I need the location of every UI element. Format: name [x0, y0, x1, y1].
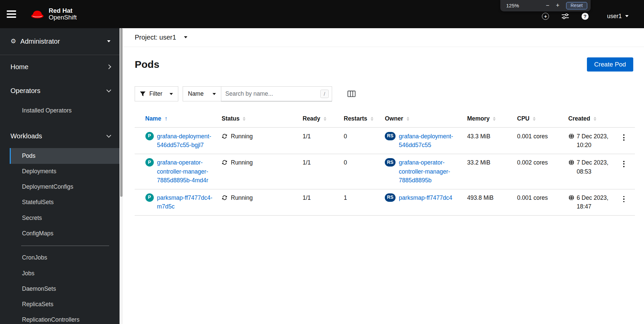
- sort-icon: [371, 117, 373, 121]
- pod-cpu: 0.001 cores: [517, 128, 568, 154]
- slash-shortcut-hint: /: [320, 90, 329, 98]
- sidebar-nav-item: DaemonSets: [10, 281, 120, 297]
- masthead: Red Hat OpenShift 125% − + Reset +: [0, 0, 644, 28]
- column-label: CPU: [517, 115, 530, 122]
- sidebar-nav-item: ReplicaSets: [10, 297, 120, 312]
- sidebar-item-pods[interactable]: Pods: [10, 148, 120, 164]
- pod-restarts: 0: [344, 128, 385, 154]
- kebab-menu-button[interactable]: [620, 194, 628, 204]
- sort-icon: [533, 117, 536, 121]
- sidebar-item-replicationcontrollers[interactable]: ReplicationControllers: [10, 312, 120, 324]
- owner-link[interactable]: grafana-deployment-546dd57c55: [399, 132, 464, 150]
- sidebar-nav-item: Installed Operators: [10, 103, 120, 118]
- toolbar: Filter Name /: [135, 86, 644, 101]
- pod-name-link[interactable]: grafana-deployment-546dd57c55-bgjl7: [157, 132, 219, 150]
- nav-group-operators: Operators Installed Operators: [0, 79, 120, 119]
- scrollbar-thumb[interactable]: [120, 28, 123, 197]
- user-menu[interactable]: user1: [607, 13, 629, 20]
- sidebar-group-operators[interactable]: Operators: [0, 79, 120, 103]
- name-search-input[interactable]: [221, 86, 332, 101]
- column-label: Memory: [467, 115, 490, 122]
- sidebar-item-statefulsets[interactable]: StatefulSets: [10, 195, 120, 210]
- sidebar-scrollbar[interactable]: [120, 28, 123, 324]
- sidebar-group-home[interactable]: Home: [0, 55, 120, 79]
- sidebar-group-workloads[interactable]: Workloads: [0, 124, 120, 148]
- search-wrap: /: [221, 86, 332, 101]
- globe-icon: [568, 195, 574, 201]
- column-header-memory[interactable]: Memory: [467, 115, 496, 122]
- globe-icon: [568, 133, 574, 139]
- sidebar-item-jobs[interactable]: Jobs: [10, 266, 120, 281]
- workloads-subnav: PodsDeploymentsDeploymentConfigsStateful…: [10, 148, 120, 324]
- pod-badge: P: [145, 132, 154, 140]
- pod-name-link[interactable]: grafana-operator-controller-manager-7885…: [157, 158, 219, 185]
- manage-columns-button[interactable]: [348, 91, 356, 97]
- zoom-in-button[interactable]: +: [553, 2, 563, 9]
- brand-line2: OpenShift: [49, 14, 77, 21]
- sliders-icon: [562, 13, 569, 19]
- help-button[interactable]: ?: [582, 13, 589, 20]
- attribute-dropdown[interactable]: Name: [183, 86, 221, 101]
- column-header-created[interactable]: Created: [568, 115, 596, 122]
- filter-dropdown[interactable]: Filter: [135, 86, 178, 101]
- sidebar-item-replicasets[interactable]: ReplicaSets: [10, 297, 120, 312]
- username: user1: [607, 13, 622, 20]
- sidebar-nav-item: Jobs: [10, 266, 120, 281]
- redhat-openshift-logo: Red Hat OpenShift: [30, 7, 77, 21]
- sort-icon: [324, 117, 326, 121]
- sidebar-nav-item: DeploymentConfigs: [10, 179, 120, 195]
- zoom-out-button[interactable]: −: [543, 2, 553, 9]
- kebab-menu-button[interactable]: [620, 159, 628, 169]
- chevron-right-icon: [106, 64, 111, 69]
- nav-group-label: Home: [10, 63, 28, 71]
- nav-group-workloads: Workloads PodsDeploymentsDeploymentConfi…: [0, 124, 120, 324]
- sidebar-item-configmaps[interactable]: ConfigMaps: [10, 226, 120, 241]
- column-header-ready[interactable]: Ready: [303, 115, 326, 122]
- sidebar-item-daemonsets[interactable]: DaemonSets: [10, 281, 120, 297]
- column-header-owner[interactable]: Owner: [385, 115, 409, 122]
- brand-text: Red Hat OpenShift: [49, 7, 77, 21]
- create-pod-button[interactable]: Create Pod: [587, 57, 633, 72]
- hamburger-menu-button[interactable]: [7, 6, 24, 22]
- pod-ready: 1/1: [303, 189, 344, 216]
- project-selector[interactable]: Project: user1: [123, 28, 644, 47]
- pod-name-link[interactable]: parksmap-ff7477dc4-m7d5c: [157, 193, 219, 211]
- actions-column-header: [620, 113, 635, 128]
- owner-link[interactable]: parksmap-ff7477dc4: [399, 193, 452, 202]
- sort-icon: [407, 117, 409, 121]
- sidebar-item-secrets[interactable]: Secrets: [10, 210, 120, 226]
- sidebar-item-installed-operators[interactable]: Installed Operators: [10, 103, 120, 118]
- openshift-console: Red Hat OpenShift 125% − + Reset +: [0, 0, 644, 324]
- perspective-switcher[interactable]: ⚙ Administrator: [0, 28, 120, 55]
- sidebar-nav-item: Deployments: [10, 164, 120, 179]
- pod-restarts: 1: [344, 189, 385, 216]
- zoom-reset-button[interactable]: Reset: [566, 2, 587, 9]
- sidebar-item-deployments[interactable]: Deployments: [10, 164, 120, 179]
- replicaset-badge: RS: [385, 158, 396, 167]
- funnel-icon: [140, 91, 145, 96]
- caret-down-icon: [170, 93, 173, 95]
- column-header-name[interactable]: Name ↑: [145, 115, 168, 122]
- pod-ready: 1/1: [303, 154, 344, 189]
- sidebar-item-deploymentconfigs[interactable]: DeploymentConfigs: [10, 179, 120, 195]
- nav-group-home: Home: [0, 55, 120, 79]
- caret-down-icon: [184, 36, 187, 38]
- pod-table-row: P parksmap-ff7477dc4-m7d5c Running 1/1 1…: [135, 189, 635, 216]
- caret-down-icon: [107, 40, 110, 42]
- sidebar-item-cronjobs[interactable]: CronJobs: [10, 250, 120, 266]
- column-header-cpu[interactable]: CPU: [517, 115, 536, 122]
- settings-sliders-button[interactable]: [562, 13, 569, 19]
- replicaset-badge: RS: [385, 132, 396, 140]
- pod-created: 7 Dec 2023, 08:53: [577, 158, 617, 176]
- sync-running-icon: [222, 133, 228, 139]
- page-header: Pods Create Pod: [123, 47, 644, 72]
- owner-link[interactable]: grafana-operator-controller-manager-7885…: [399, 158, 464, 185]
- sidebar-nav-item: StatefulSets: [10, 195, 120, 210]
- column-header-restarts[interactable]: Restarts: [344, 115, 373, 122]
- quick-create-button[interactable]: +: [542, 13, 549, 20]
- column-header-status[interactable]: Status: [222, 115, 245, 122]
- sidebar-nav-item: ConfigMaps: [10, 226, 120, 241]
- pod-status: Running: [231, 158, 253, 167]
- kebab-menu-button[interactable]: [620, 132, 628, 143]
- nav-group-label: Workloads: [10, 132, 42, 140]
